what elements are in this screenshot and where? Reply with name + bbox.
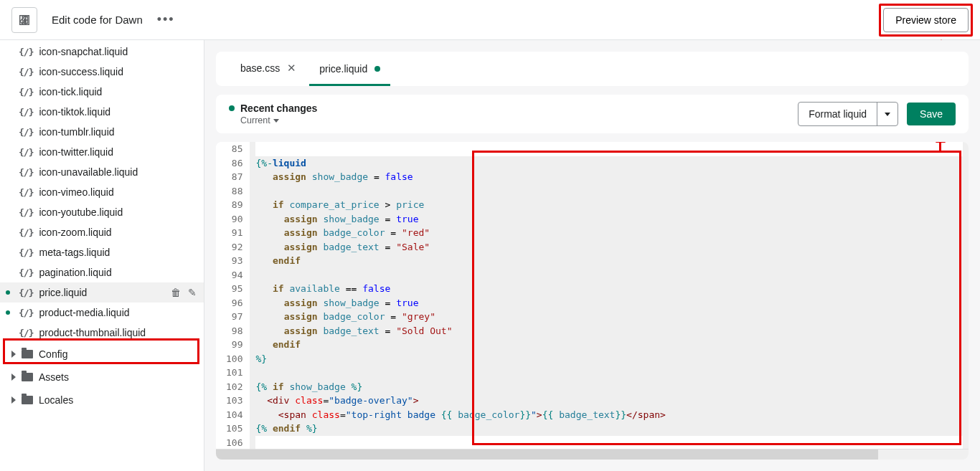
file-name: icon-tick.liquid <box>39 86 102 97</box>
file-name: product-thumbnail.liquid <box>39 327 146 338</box>
chevron-right-icon <box>11 396 16 404</box>
tab-price-liquid[interactable]: price.liquid <box>309 54 390 86</box>
liquid-file-icon: {/} <box>19 308 33 318</box>
chevron-right-icon <box>11 351 16 358</box>
file-name: price.liquid <box>39 287 87 298</box>
exit-icon <box>18 14 31 27</box>
liquid-file-icon: {/} <box>19 47 33 57</box>
liquid-file-icon: {/} <box>19 87 33 97</box>
file-item[interactable]: {/}icon-tiktok.liquid🗑✎ <box>0 102 204 122</box>
close-icon[interactable]: ✕ <box>287 62 296 75</box>
more-menu[interactable]: ••• <box>157 12 175 27</box>
recent-changes-label: Recent changes <box>240 103 317 114</box>
code-content[interactable]: {%-liquid assign show_badge = false if c… <box>250 142 969 449</box>
chevron-down-icon <box>885 113 890 116</box>
liquid-file-icon: {/} <box>19 207 33 218</box>
format-liquid-button[interactable]: Format liquid <box>798 102 898 126</box>
file-item[interactable]: {/}product-thumbnail.liquid🗑✎ <box>0 323 204 343</box>
format-dropdown[interactable] <box>877 103 897 125</box>
liquid-file-icon: {/} <box>19 147 33 158</box>
file-name: icon-zoom.liquid <box>39 227 111 238</box>
folder-locales[interactable]: Locales <box>0 389 204 411</box>
editor-tabs: base.css✕ price.liquid <box>216 52 969 86</box>
file-name: icon-tiktok.liquid <box>39 106 110 118</box>
file-name: icon-vimeo.liquid <box>39 186 113 198</box>
liquid-file-icon: {/} <box>19 187 33 198</box>
liquid-file-icon: {/} <box>19 247 33 258</box>
line-gutter: 8586878889909192939495969798991001011021… <box>216 142 250 449</box>
file-item[interactable]: {/}icon-vimeo.liquid🗑✎ <box>0 182 204 202</box>
file-sidebar: {/}icon-snapchat.liquid🗑✎{/}icon-success… <box>0 40 204 471</box>
edit-icon[interactable]: ✎ <box>188 287 197 298</box>
folder-config[interactable]: Config <box>0 343 204 366</box>
file-item[interactable]: {/}icon-unavailable.liquid🗑✎ <box>0 162 204 182</box>
file-name: icon-success.liquid <box>39 66 123 77</box>
folder-icon <box>22 373 33 381</box>
file-name: icon-twitter.liquid <box>39 146 113 158</box>
code-editor[interactable]: 8586878889909192939495969798991001011021… <box>216 142 969 460</box>
file-item[interactable]: {/}icon-tumblr.liquid🗑✎ <box>0 122 204 142</box>
file-item[interactable]: {/}meta-tags.liquid🗑✎ <box>0 242 204 262</box>
liquid-file-icon: {/} <box>19 167 33 178</box>
folder-assets[interactable]: Assets <box>0 366 204 389</box>
file-item[interactable]: {/}icon-tick.liquid🗑✎ <box>0 82 204 102</box>
version-selector[interactable]: Current <box>229 115 317 125</box>
save-button[interactable]: Save <box>907 103 956 125</box>
folder-icon <box>22 396 33 404</box>
editor-toolbar: Recent changes Current Format liquid Sav… <box>216 95 969 133</box>
liquid-file-icon: {/} <box>19 127 33 138</box>
modified-dot <box>6 310 10 315</box>
file-name: product-media.liquid <box>39 307 129 318</box>
preview-store-button[interactable]: Preview store <box>883 8 969 32</box>
liquid-file-icon: {/} <box>19 328 33 338</box>
delete-icon[interactable]: 🗑 <box>171 287 181 298</box>
file-item[interactable]: {/}icon-youtube.liquid🗑✎ <box>0 202 204 222</box>
page-title: Edit code for Dawn <box>52 14 143 26</box>
file-name: icon-youtube.liquid <box>39 206 123 218</box>
file-item[interactable]: {/}icon-twitter.liquid🗑✎ <box>0 142 204 162</box>
file-name: icon-tumblr.liquid <box>39 126 114 138</box>
file-item[interactable]: {/}price.liquid🗑✎ <box>0 282 204 303</box>
horizontal-scrollbar[interactable] <box>216 449 969 460</box>
tab-base-css[interactable]: base.css✕ <box>230 52 306 86</box>
liquid-file-icon: {/} <box>19 107 33 118</box>
file-item[interactable]: {/}icon-zoom.liquid🗑✎ <box>0 222 204 242</box>
liquid-file-icon: {/} <box>19 267 33 278</box>
main-panel: base.css✕ price.liquid Recent changes Cu… <box>204 40 980 471</box>
status-dot <box>229 105 235 111</box>
file-name: icon-unavailable.liquid <box>39 166 138 178</box>
file-item[interactable]: {/}pagination.liquid🗑✎ <box>0 262 204 282</box>
liquid-file-icon: {/} <box>19 227 33 238</box>
file-item[interactable]: {/}product-media.liquid🗑✎ <box>0 303 204 323</box>
liquid-file-icon: {/} <box>19 67 33 77</box>
chevron-right-icon <box>11 374 16 381</box>
modified-indicator <box>374 66 380 72</box>
chevron-down-icon <box>273 119 279 123</box>
file-item[interactable]: {/}icon-snapchat.liquid🗑✎ <box>0 42 204 62</box>
folder-icon <box>22 350 33 358</box>
back-button[interactable] <box>11 7 37 33</box>
file-item[interactable]: {/}icon-success.liquid🗑✎ <box>0 62 204 82</box>
file-name: meta-tags.liquid <box>39 247 110 258</box>
file-name: pagination.liquid <box>39 267 111 278</box>
modified-dot <box>6 290 10 295</box>
topbar: Edit code for Dawn ••• Preview store <box>0 0 980 40</box>
file-name: icon-snapchat.liquid <box>39 46 128 57</box>
liquid-file-icon: {/} <box>19 287 33 298</box>
